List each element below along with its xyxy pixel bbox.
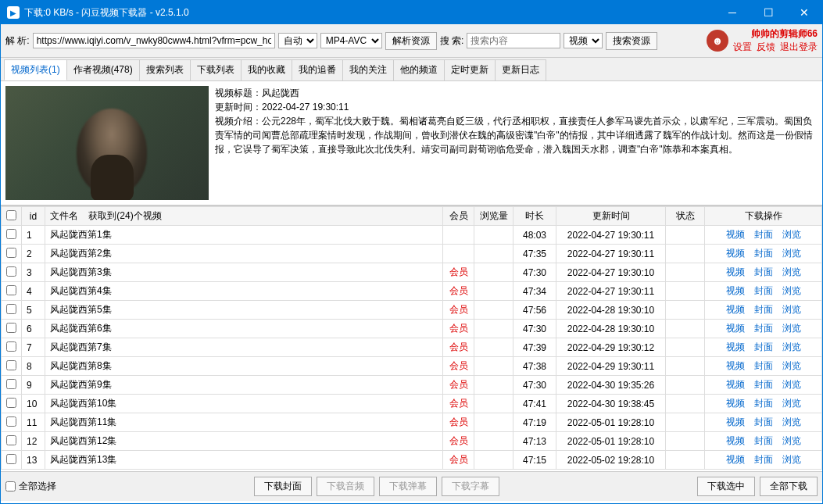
search-input[interactable] (467, 33, 560, 48)
op-browse[interactable]: 浏览 (782, 360, 801, 371)
tab-7[interactable]: 他的频道 (393, 59, 445, 80)
parse-button[interactable]: 解析资源 (385, 32, 437, 50)
tab-3[interactable]: 下载列表 (190, 59, 242, 80)
tab-9[interactable]: 更新日志 (495, 59, 546, 80)
video-table: id 文件名 获取到(24)个视频 会员 浏览量 时长 更新时间 状态 下载操作… (1, 206, 822, 470)
cell-id: 9 (22, 376, 45, 395)
op-video[interactable]: 视频 (726, 323, 745, 334)
op-video[interactable]: 视频 (726, 266, 745, 277)
op-browse[interactable]: 浏览 (782, 229, 801, 240)
auto-select[interactable]: 自动 (278, 33, 317, 48)
tab-1[interactable]: 作者视频(478) (66, 59, 140, 80)
row-checkbox[interactable] (6, 248, 16, 258)
op-video[interactable]: 视频 (726, 304, 745, 315)
url-input[interactable] (33, 33, 275, 48)
window-title: 下载:0 KB/s - 闪豆视频下载器 - v2.5.1.0 (24, 6, 714, 20)
row-checkbox[interactable] (6, 435, 16, 445)
op-video[interactable]: 视频 (726, 398, 745, 409)
col-filename: 文件名 (50, 210, 78, 221)
close-button[interactable]: ✕ (786, 1, 822, 24)
download-subtitle-button[interactable]: 下载字幕 (442, 477, 499, 496)
op-cover[interactable]: 封面 (754, 360, 773, 371)
cell-status (666, 282, 705, 301)
op-cover[interactable]: 封面 (754, 454, 773, 465)
op-browse[interactable]: 浏览 (782, 379, 801, 390)
row-checkbox[interactable] (6, 341, 16, 352)
select-all-checkbox[interactable] (5, 481, 16, 491)
op-video[interactable]: 视频 (726, 229, 745, 240)
settings-link[interactable]: 设置 (733, 41, 752, 54)
format-select[interactable]: MP4-AVC (320, 33, 382, 48)
row-checkbox[interactable] (6, 323, 16, 333)
download-selected-button[interactable]: 下载选中 (697, 477, 755, 496)
tab-2[interactable]: 搜索列表 (139, 59, 191, 80)
op-cover[interactable]: 封面 (754, 248, 773, 259)
op-cover[interactable]: 封面 (754, 379, 773, 390)
op-cover[interactable]: 封面 (754, 323, 773, 334)
avatar[interactable]: ☻ (707, 30, 728, 52)
op-video[interactable]: 视频 (726, 341, 745, 352)
op-video[interactable]: 视频 (726, 454, 745, 465)
row-checkbox[interactable] (6, 229, 16, 239)
header-checkbox[interactable] (6, 210, 16, 220)
table-wrap[interactable]: id 文件名 获取到(24)个视频 会员 浏览量 时长 更新时间 状态 下载操作… (1, 206, 822, 471)
row-checkbox[interactable] (6, 454, 16, 464)
cell-vip: 会员 (443, 282, 474, 301)
op-browse[interactable]: 浏览 (782, 398, 801, 409)
cell-name: 风起陇西第2集 (45, 245, 443, 263)
download-danmu-button[interactable]: 下载弹幕 (379, 477, 437, 496)
op-browse[interactable]: 浏览 (782, 266, 801, 277)
download-cover-button[interactable]: 下载封面 (254, 477, 312, 496)
op-browse[interactable]: 浏览 (782, 323, 801, 334)
download-all-button[interactable]: 全部下载 (760, 477, 818, 496)
cell-ops: 视频封面浏览 (705, 357, 822, 376)
op-cover[interactable]: 封面 (754, 398, 773, 409)
op-cover[interactable]: 封面 (754, 266, 773, 277)
op-browse[interactable]: 浏览 (782, 248, 801, 259)
cell-views (474, 226, 513, 245)
search-button[interactable]: 搜索资源 (606, 32, 657, 50)
tab-4[interactable]: 我的收藏 (241, 59, 292, 80)
op-browse[interactable]: 浏览 (782, 454, 801, 465)
op-cover[interactable]: 封面 (754, 341, 773, 352)
row-checkbox[interactable] (6, 398, 16, 408)
download-audio-button[interactable]: 下载音频 (317, 477, 374, 496)
table-row: 3风起陇西第3集会员47:302022-04-27 19:30:10视频封面浏览 (2, 263, 822, 282)
op-browse[interactable]: 浏览 (782, 285, 801, 296)
op-cover[interactable]: 封面 (754, 304, 773, 315)
maximize-button[interactable]: ☐ (750, 1, 786, 24)
op-cover[interactable]: 封面 (754, 416, 773, 427)
op-cover[interactable]: 封面 (754, 285, 773, 296)
op-video[interactable]: 视频 (726, 435, 745, 446)
op-video[interactable]: 视频 (726, 379, 745, 390)
title-value: 风起陇西 (262, 88, 299, 98)
tab-5[interactable]: 我的追番 (292, 59, 343, 80)
row-checkbox[interactable] (6, 266, 16, 277)
feedback-link[interactable]: 反馈 (757, 41, 775, 54)
logout-link[interactable]: 退出登录 (780, 41, 818, 54)
op-video[interactable]: 视频 (726, 360, 745, 371)
op-video[interactable]: 视频 (726, 285, 745, 296)
search-type-select[interactable]: 视频 (564, 33, 603, 48)
row-checkbox[interactable] (6, 285, 16, 295)
op-video[interactable]: 视频 (726, 416, 745, 427)
row-checkbox[interactable] (6, 416, 16, 427)
title-label: 视频标题： (215, 88, 262, 98)
row-checkbox[interactable] (6, 360, 16, 370)
op-video[interactable]: 视频 (726, 248, 745, 259)
cell-id: 7 (22, 338, 45, 357)
op-cover[interactable]: 封面 (754, 229, 773, 240)
op-cover[interactable]: 封面 (754, 435, 773, 446)
tab-6[interactable]: 我的关注 (342, 59, 394, 80)
row-checkbox[interactable] (6, 304, 16, 314)
op-browse[interactable]: 浏览 (782, 435, 801, 446)
tab-0[interactable]: 视频列表(1) (4, 59, 67, 80)
cell-vip: 会员 (443, 301, 474, 320)
minimize-button[interactable]: ─ (714, 1, 750, 24)
select-all-label[interactable]: 全部选择 (5, 480, 56, 493)
tab-8[interactable]: 定时更新 (444, 59, 496, 80)
op-browse[interactable]: 浏览 (782, 304, 801, 315)
row-checkbox[interactable] (6, 379, 16, 389)
op-browse[interactable]: 浏览 (782, 341, 801, 352)
op-browse[interactable]: 浏览 (782, 416, 801, 427)
